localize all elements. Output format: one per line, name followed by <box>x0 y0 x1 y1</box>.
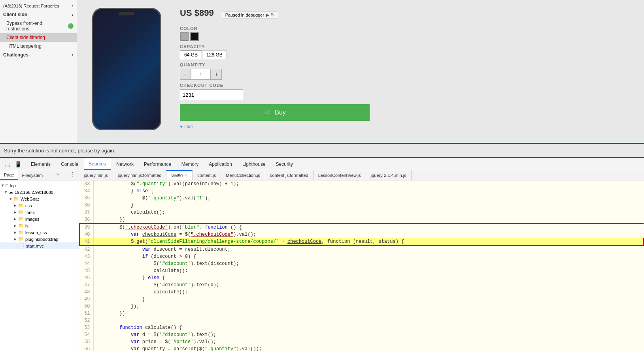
table-row: 54 var d = $('#discount').text(); <box>79 331 644 338</box>
device-icon[interactable]: 📱 <box>13 160 22 169</box>
sidebar-section-challenges[interactable]: Challenges › <box>0 51 77 59</box>
capacity-section: CAPACITY 64 GB 128 GB <box>180 44 632 59</box>
file-tab-lesson-content[interactable]: LessonContentView.js <box>314 170 366 180</box>
table-row: 35 $(".quantity").val("1"); <box>79 195 644 202</box>
color-swatches <box>180 32 632 41</box>
tree-item-fonts[interactable]: ▸ 📁 fonts <box>0 209 79 216</box>
tree-item-top[interactable]: ▾ □ top <box>0 182 79 189</box>
line-number: 55 <box>79 338 93 345</box>
tab-memory[interactable]: Memory <box>177 158 203 170</box>
file-tab-jquery-214[interactable]: jquery-2.1.4.min.js <box>366 170 412 180</box>
tab-lighthouse[interactable]: Lighthouse <box>238 158 270 170</box>
tree-item-plugins[interactable]: ▸ 📁 plugins/bootstrap <box>0 236 79 242</box>
tree-item-js[interactable]: ▸ 📁 js <box>0 222 79 229</box>
tab-performance[interactable]: Performance <box>139 158 176 170</box>
line-number: 39 <box>79 223 93 231</box>
line-code: calculate(); <box>93 267 644 274</box>
line-number: 48 <box>79 289 93 296</box>
table-row: 40 var checkoutCode = $(".checkoutCode")… <box>79 231 644 238</box>
tree-item-host[interactable]: ▾ ☁ 192.168.2.99:18080 <box>0 189 79 195</box>
tree-item-start-mvc[interactable]: 📄 start.mvc <box>0 242 79 249</box>
capacity-64gb[interactable]: 64 GB <box>180 51 202 59</box>
line-number: 46 <box>79 274 93 282</box>
table-row: 55 var price = $('#price').val(); <box>79 338 644 345</box>
tab-elements[interactable]: Elements <box>26 158 55 170</box>
line-number: 51 <box>79 310 93 317</box>
file-tab-content[interactable]: content.js <box>193 170 221 180</box>
code-table: 33 $(".quantity").val(parseInt(now) + 1)… <box>79 180 644 351</box>
line-number: 38 <box>79 216 93 223</box>
phone-image-container <box>81 4 172 139</box>
inspect-icon[interactable]: ⬚ <box>3 160 12 169</box>
product-info: US $899 Paused in debugger ▶ ↻ COLOR CAP… <box>172 4 640 139</box>
buy-label: Buy <box>275 109 286 116</box>
tab-sources[interactable]: Sources <box>84 158 111 170</box>
sidebar: (A8:2013) Request Forgeries › Client sid… <box>0 0 77 143</box>
tree-item-lesson-css[interactable]: ▸ 📁 lesson_css <box>0 229 79 236</box>
cart-icon: 🛒 <box>264 109 272 116</box>
sidebar-item-html-tampering[interactable]: HTML tampering <box>0 42 77 51</box>
like-link[interactable]: ♥ Like <box>180 124 632 130</box>
table-row: 48 calculate(); <box>79 289 644 296</box>
table-row: 52 <box>79 317 644 324</box>
file-tab-jquery-min[interactable]: jquery.min.js <box>79 170 113 180</box>
line-number: 44 <box>79 260 93 267</box>
product-area: US $899 Paused in debugger ▶ ↻ COLOR CAP… <box>77 0 644 143</box>
color-section: COLOR <box>180 26 632 41</box>
tree-item-css[interactable]: ▸ 📁 css <box>0 202 79 209</box>
file-tabs: jquery.min.js jquery.min.js:formatted VM… <box>79 170 644 180</box>
sidebar-item-request-forgeries[interactable]: (A8:2013) Request Forgeries › <box>0 2 77 10</box>
step-over-button[interactable]: ↻ <box>271 12 275 18</box>
tree-item-webgoat[interactable]: ▾ 📁 WebGoat <box>0 195 79 202</box>
file-tab-jquery-formatted[interactable]: jquery.min.js:formatted <box>113 170 166 180</box>
tree-item-images[interactable]: ▸ 📁 images <box>0 216 79 222</box>
sources-more-icon[interactable]: » <box>53 170 62 180</box>
chevron-right-icon: › <box>72 3 74 9</box>
quantity-plus-button[interactable]: + <box>211 69 222 80</box>
cloud-icon: ☁ <box>9 190 13 195</box>
checkout-code-input[interactable] <box>180 89 243 100</box>
line-number: 43 <box>79 253 93 260</box>
folder-icon: 📁 <box>18 203 24 208</box>
sidebar-section-client-side[interactable]: Client side › <box>0 10 77 19</box>
line-code: calculate(); <box>93 289 644 296</box>
tab-console[interactable]: Console <box>56 158 83 170</box>
table-row: 56 var quantity = parseInt($(".quantity"… <box>79 345 644 351</box>
green-badge-icon <box>68 23 74 29</box>
line-number: 35 <box>79 195 93 202</box>
sources-menu-icon[interactable]: ⋮ <box>68 170 77 179</box>
expand-icon: ▸ <box>14 223 17 228</box>
sources-tab-page[interactable]: Page <box>0 170 18 180</box>
expand-icon: ▸ <box>14 230 17 235</box>
tab-application[interactable]: Application <box>204 158 237 170</box>
capacity-128gb[interactable]: 128 GB <box>202 51 227 59</box>
code-content: 33 $(".quantity").val(parseInt(now) + 1)… <box>79 180 644 351</box>
file-tab-vm50[interactable]: VM50 ✕ <box>166 170 193 180</box>
tab-network[interactable]: Network <box>111 158 138 170</box>
table-row: 51 }) <box>79 310 644 317</box>
sidebar-item-client-filtering[interactable]: Client side filtering <box>0 33 77 42</box>
close-vm50-icon[interactable]: ✕ <box>184 173 187 178</box>
quantity-input[interactable] <box>191 69 211 80</box>
line-number: 56 <box>79 345 93 351</box>
line-code: var price = $('#price').val(); <box>93 338 644 345</box>
sidebar-item-bypass[interactable]: Bypass front-end restrictions <box>0 19 77 33</box>
table-row: 44 $('#discount').text(discount); <box>79 260 644 267</box>
buy-button[interactable]: 🛒 Buy <box>180 104 370 121</box>
folder-icon: 📁 <box>18 216 24 221</box>
chevron-right-icon: › <box>72 52 74 58</box>
expand-icon: ▸ <box>14 203 17 208</box>
tab-security[interactable]: Security <box>271 158 298 170</box>
table-row: 39 $(".checkoutCode").on("blur", functio… <box>79 223 644 231</box>
swatch-black[interactable] <box>190 32 199 41</box>
file-tree: ▾ □ top ▾ ☁ 192.168.2.99:18080 ▾ 📁 WebGo… <box>0 180 79 351</box>
file-tab-content-formatted[interactable]: content.js:formatted <box>265 170 314 180</box>
swatch-gray[interactable] <box>180 32 189 41</box>
debugger-label: Paused in debugger <box>225 13 264 17</box>
line-number: 47 <box>79 282 93 289</box>
line-code <box>93 317 644 324</box>
resume-button[interactable]: ▶ <box>266 12 269 18</box>
quantity-minus-button[interactable]: − <box>180 69 191 80</box>
sources-tab-filesystem[interactable]: Filesystem <box>18 170 47 180</box>
file-tab-menu-collection[interactable]: MenuCollection.js <box>221 170 265 180</box>
